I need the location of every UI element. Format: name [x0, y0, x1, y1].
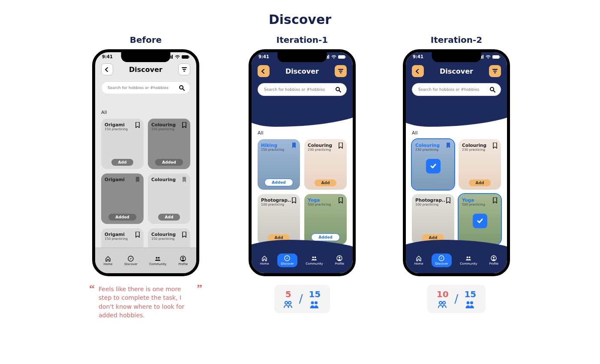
search-input[interactable] [258, 83, 347, 96]
bookmark-icon[interactable] [446, 143, 451, 149]
hobby-card[interactable]: Colouring Add [148, 173, 190, 224]
hobby-card[interactable]: Photograp..100 practicing Add [258, 194, 300, 245]
column-iteration-1: Iteration-1 9:41 Discover [249, 35, 356, 319]
people-icon [311, 255, 317, 261]
section-label: All [101, 110, 190, 115]
hobby-card[interactable]: Colouring150 practicing Added [148, 119, 190, 169]
slash-icon: / [299, 292, 303, 305]
add-button[interactable]: Add [469, 179, 491, 186]
bookmark-icon[interactable] [182, 232, 187, 238]
tabbar: Home Discover Community Profile [406, 248, 507, 273]
slash-icon: / [455, 292, 459, 305]
quote-close-icon: ” [197, 282, 202, 295]
bookmark-icon[interactable] [492, 143, 498, 149]
metric-iter1: 5 / 15 [274, 285, 330, 313]
users-fill-icon [310, 300, 319, 309]
tab-profile[interactable]: Profile [486, 254, 502, 267]
page-title: Discover [0, 0, 600, 27]
user-quote: “ Feels like there is one more step to c… [90, 285, 201, 319]
add-button[interactable]: Add [158, 214, 180, 221]
column-label: Iteration-1 [276, 35, 328, 45]
profile-icon [180, 256, 186, 262]
column-before: Before 9:41 Discover [90, 35, 201, 319]
tab-community[interactable]: Community [146, 254, 170, 268]
bookmark-icon[interactable] [135, 122, 140, 128]
added-button[interactable]: Added [264, 179, 293, 186]
filter-button[interactable] [489, 65, 501, 77]
back-button[interactable] [258, 65, 270, 77]
tab-community[interactable]: Community [456, 254, 481, 267]
check-icon [473, 214, 487, 228]
hobby-card[interactable]: Colouring230 practicing Add [304, 139, 347, 190]
metric-denominator: 15 [309, 289, 321, 299]
added-button[interactable]: Added [108, 214, 136, 221]
bookmark-icon[interactable] [446, 197, 451, 203]
people-icon [155, 256, 161, 262]
compass-icon [128, 256, 134, 262]
wifi-icon [175, 55, 180, 59]
back-button[interactable] [412, 65, 424, 77]
tab-profile[interactable]: Profile [175, 254, 191, 268]
search-icon [489, 87, 495, 92]
column-iteration-2: Iteration-2 9:41 Discover [403, 35, 510, 319]
compass-icon [438, 255, 444, 261]
quote-open-icon: “ [89, 282, 95, 295]
tab-home[interactable]: Home [100, 254, 116, 268]
hobby-card[interactable]: Yoga500 practicing Added [304, 194, 347, 245]
bookmark-icon[interactable] [291, 143, 297, 149]
wifi-icon [486, 55, 491, 59]
bookmark-icon[interactable] [182, 177, 187, 183]
metric-denominator: 15 [464, 289, 476, 299]
section-label: All [412, 130, 501, 136]
filter-button[interactable] [335, 65, 347, 77]
tab-home[interactable]: Home [257, 254, 273, 267]
tab-discover[interactable]: Discover [277, 254, 297, 267]
added-button[interactable]: Added [311, 233, 339, 241]
hobby-card[interactable]: Yoga500 practicing [459, 194, 501, 245]
hobby-card[interactable]: Colouring230 practicing [412, 139, 454, 190]
filter-button[interactable] [178, 63, 190, 75]
bookmark-icon[interactable] [492, 197, 498, 203]
notch [121, 52, 171, 62]
search-input[interactable] [101, 81, 190, 94]
bookmark-icon[interactable] [135, 232, 140, 238]
add-button[interactable]: Add [111, 159, 134, 166]
phone-iter1: 9:41 Discover [249, 49, 356, 276]
bookmark-icon[interactable] [338, 197, 343, 203]
add-button[interactable]: Add [315, 179, 337, 186]
hobby-card[interactable]: Origami150 practicing Add [101, 119, 144, 169]
section-label: All [258, 130, 347, 136]
wifi-icon [331, 55, 336, 59]
tab-home[interactable]: Home [411, 254, 427, 267]
home-icon [261, 255, 267, 261]
added-button[interactable]: Added [155, 159, 183, 166]
bookmark-icon[interactable] [182, 122, 187, 128]
tab-discover[interactable]: Discover [432, 254, 451, 267]
bookmark-icon[interactable] [135, 177, 140, 183]
metric-iter2: 10 / 15 [427, 285, 486, 313]
search-icon [179, 85, 185, 91]
home-icon [416, 255, 422, 261]
tab-discover[interactable]: Discover [121, 254, 141, 268]
users-outline-icon [438, 300, 447, 309]
search-input[interactable] [412, 83, 501, 96]
phone-before: 9:41 Discover All [92, 49, 199, 276]
users-outline-icon [284, 300, 293, 309]
tab-community[interactable]: Community [302, 254, 327, 267]
people-icon [465, 255, 471, 261]
hobby-card[interactable]: Origami Added [101, 173, 144, 224]
bookmark-icon[interactable] [338, 143, 343, 149]
back-button[interactable] [101, 63, 113, 75]
compass-icon [284, 255, 290, 261]
tab-profile[interactable]: Profile [331, 254, 348, 267]
battery-icon [182, 55, 189, 59]
hobby-card[interactable]: Colouring230 practicing Add [459, 139, 501, 190]
phone-iter2: 9:41 Discover [403, 49, 510, 276]
check-icon [426, 159, 441, 173]
notch [432, 52, 481, 62]
bookmark-icon[interactable] [291, 197, 297, 203]
hobby-card[interactable]: Hiking150 practicing Added [258, 139, 300, 190]
app-header-title: Discover [285, 67, 319, 75]
hobby-card[interactable]: Photograp..100 practicing Add [412, 194, 454, 245]
app-header-title: Discover [129, 66, 162, 74]
